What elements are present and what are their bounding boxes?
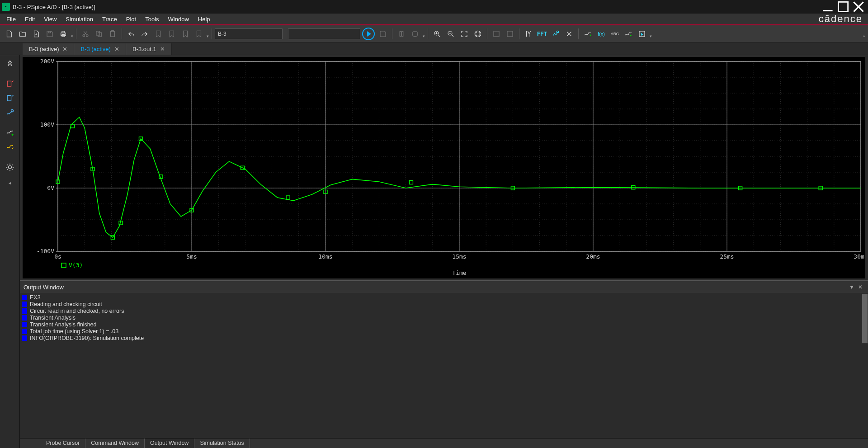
separator-icon <box>519 28 519 39</box>
profile-combo[interactable]: B-3 <box>215 28 283 39</box>
scrollbar-thumb[interactable] <box>862 294 868 344</box>
y-tick-label: 100V <box>40 121 54 128</box>
menu-tools[interactable]: Tools <box>141 14 163 24</box>
toolbar-overflow-icon[interactable]: » <box>863 28 865 40</box>
trace-combo[interactable] <box>288 28 360 39</box>
zoom-fit-icon[interactable] <box>458 28 471 40</box>
x-axis-label: Time <box>452 269 466 276</box>
menu-edit[interactable]: Edit <box>20 14 39 24</box>
log-y-icon[interactable] <box>504 28 516 40</box>
save-results-icon[interactable] <box>377 28 389 40</box>
bookmark-next-icon[interactable] <box>179 28 192 40</box>
info-bullet-icon <box>22 302 27 307</box>
bottom-tab[interactable]: Simulation Status <box>194 439 250 448</box>
cursor-icon[interactable] <box>636 28 648 40</box>
output-panel-title-bar: Output Window ▼ ✕ <box>20 281 868 293</box>
voltage-probe-icon[interactable] <box>4 78 16 90</box>
close-button[interactable] <box>851 0 866 13</box>
menu-help[interactable]: Help <box>193 14 215 24</box>
svg-rect-38 <box>7 81 11 86</box>
new-icon[interactable] <box>3 28 15 40</box>
power-probe-icon[interactable] <box>4 107 16 119</box>
run-button[interactable] <box>362 28 375 40</box>
toolbar-dropdown-icon[interactable]: ▾ <box>71 28 73 40</box>
menu-trace[interactable]: Trace <box>98 14 122 24</box>
minimize-button[interactable] <box>820 0 835 13</box>
toolbar-dropdown-icon[interactable]: ▾ <box>649 28 652 40</box>
waveform-chart[interactable]: -100V0V100V200V0s5ms10ms15ms20ms25ms30ms… <box>23 57 865 278</box>
menu-plot[interactable]: Plot <box>122 14 141 24</box>
plot-area[interactable]: -100V0V100V200V0s5ms10ms15ms20ms25ms30ms… <box>20 55 868 280</box>
settings-icon[interactable] <box>4 161 16 174</box>
undo-icon[interactable] <box>125 28 137 40</box>
add-file-icon[interactable] <box>30 28 42 40</box>
tab-close-icon[interactable]: ✕ <box>114 46 119 52</box>
copy-icon[interactable] <box>93 28 105 40</box>
collapse-icon[interactable]: ◂ <box>4 176 16 189</box>
menu-window[interactable]: Window <box>164 14 193 24</box>
output-line-text: Reading and checking circuit <box>30 301 102 307</box>
toolbar-dropdown-icon[interactable]: ▾ <box>206 28 209 40</box>
zoom-in-icon[interactable] <box>431 28 443 40</box>
bottom-tab[interactable]: Command Window <box>85 439 145 448</box>
document-tab[interactable]: B-3 (active)✕ <box>23 43 74 55</box>
info-bullet-icon <box>22 295 27 300</box>
separator-icon <box>487 28 487 39</box>
toolbar-dropdown-icon[interactable]: ▾ <box>422 28 425 40</box>
output-line: Circuit read in and checked, no errors <box>22 308 866 314</box>
log-x-icon[interactable] <box>490 28 503 40</box>
legend-label[interactable]: V(3) <box>69 262 83 269</box>
pin-icon[interactable] <box>4 58 16 71</box>
menu-file[interactable]: File <box>2 14 20 24</box>
separator-icon <box>428 28 428 39</box>
save-icon[interactable] <box>43 28 56 40</box>
output-panel-body[interactable]: EX3Reading and checking circuitCircuit r… <box>20 293 868 438</box>
title-bar: ~ B-3 - PSpice A/D - [B-3 (active)] <box>0 0 868 14</box>
svg-rect-1 <box>838 2 848 11</box>
pause-icon[interactable] <box>395 28 408 40</box>
paste-icon[interactable] <box>106 28 119 40</box>
menu-simulation[interactable]: Simulation <box>61 14 98 24</box>
info-bullet-icon <box>22 335 27 341</box>
open-icon[interactable] <box>16 28 29 40</box>
output-line: Transient Analysis finished <box>22 321 866 328</box>
redo-icon[interactable] <box>138 28 151 40</box>
output-line: EX3 <box>22 294 866 301</box>
menu-bar: File Edit View Simulation Trace Plot Too… <box>0 14 868 25</box>
add-y-axis-icon[interactable] <box>522 28 535 40</box>
x-tick-label: 25ms <box>720 253 734 260</box>
stop-icon[interactable] <box>409 28 421 40</box>
maximize-button[interactable] <box>835 0 851 13</box>
print-icon[interactable] <box>57 28 70 40</box>
bookmark-prev-icon[interactable] <box>165 28 178 40</box>
bookmark-clear-icon[interactable] <box>193 28 205 40</box>
toggle-cursor-icon[interactable] <box>4 127 16 139</box>
fft-button[interactable]: FFT <box>536 28 548 40</box>
menu-view[interactable]: View <box>39 14 61 24</box>
output-line-text: INFO(ORPROBE-3190): Simulation complete <box>30 335 144 341</box>
tab-label: B-3 (active) <box>29 46 59 52</box>
current-probe-icon[interactable] <box>4 92 16 105</box>
bottom-tab[interactable]: Probe Cursor <box>41 439 85 448</box>
x-axis-icon[interactable] <box>563 28 576 40</box>
text-label-icon[interactable]: ABC <box>609 28 621 40</box>
performance-icon[interactable] <box>549 28 562 40</box>
bookmark-icon[interactable] <box>152 28 165 40</box>
toggle-marker-icon[interactable] <box>4 141 16 154</box>
svg-rect-46 <box>23 57 865 278</box>
add-trace-icon[interactable] <box>581 28 594 40</box>
separator-icon <box>122 28 122 39</box>
eval-goal-icon[interactable]: f(x) <box>595 28 608 40</box>
bottom-tab[interactable]: Output Window <box>145 439 194 448</box>
document-tab[interactable]: B-3 (active)✕ <box>74 43 126 55</box>
mark-points-icon[interactable] <box>622 28 635 40</box>
panel-menu-icon[interactable]: ▼ <box>847 284 856 290</box>
cut-icon[interactable] <box>79 28 92 40</box>
panel-close-icon[interactable]: ✕ <box>856 284 864 290</box>
tab-close-icon[interactable]: ✕ <box>160 46 165 52</box>
tab-close-icon[interactable]: ✕ <box>62 46 67 52</box>
zoom-out-icon[interactable] <box>444 28 457 40</box>
zoom-area-icon[interactable] <box>472 28 484 40</box>
document-tab[interactable]: B-3.out.1✕ <box>126 43 172 55</box>
svg-rect-30 <box>494 31 499 37</box>
